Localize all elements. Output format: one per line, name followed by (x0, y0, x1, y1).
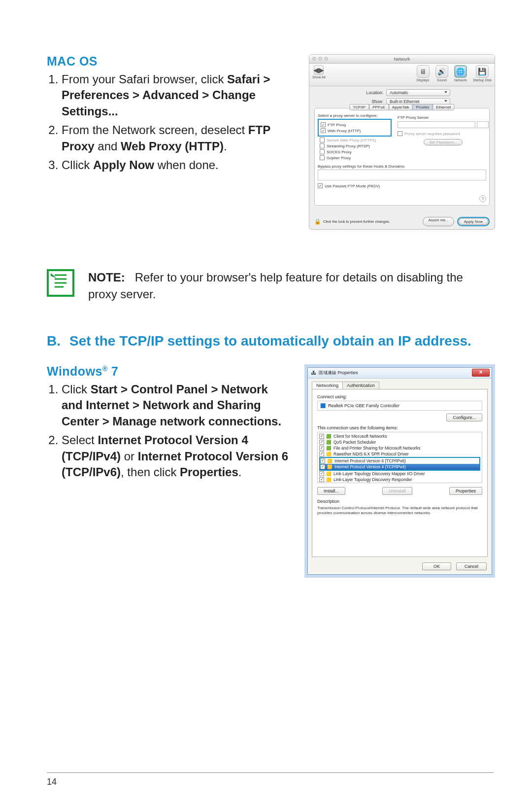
win-title-text: 區域連線 Properties (319, 370, 358, 376)
lock-icon[interactable]: 🔒 (314, 218, 321, 225)
mac-network-window: Network ◀▶Show All 🖥Displays 🔊Sound 🌐Net… (309, 54, 495, 230)
page-footer: 14 (47, 772, 494, 787)
macos-step-3: Cllick Apply Now when done. (62, 157, 295, 173)
proxy-right-pane: FTP Proxy Server Proxy server requires p… (398, 115, 489, 145)
items-listbox[interactable]: ✓🟩Client for Microsoft Networks ✓🟩QoS Pa… (317, 432, 482, 483)
ip-highlight: ✓🟨Internet Protocol Version 6 (TCP/IPv6)… (319, 457, 480, 471)
win7-heading: Windows® 7 (47, 364, 291, 379)
toolbar-network[interactable]: 🌐Network (454, 65, 467, 82)
apply-now-button[interactable]: Apply Now (459, 218, 488, 225)
item-ipv6[interactable]: ✓🟨Internet Protocol Version 6 (TCP/IPv6) (320, 458, 479, 464)
location-select[interactable]: Automatic (386, 89, 450, 96)
connect-using-label: Connect using: (317, 394, 482, 399)
win7-section: Windows® 7 Click Start > Control Panel >… (47, 364, 495, 578)
cancel-button[interactable]: Cancel (456, 562, 487, 570)
win-panel: Connect using: 🟦 Realtek PCIe GBE Family… (312, 389, 488, 557)
ftp-server-host[interactable] (398, 121, 475, 128)
mac-tab-proxies[interactable]: Proxies (413, 104, 433, 110)
mac-tab-pppoe[interactable]: PPPoE (369, 104, 389, 110)
nic-icon: 🟦 (320, 403, 326, 408)
win7-step-2: Select Internet Protocol Version 4 (TCP/… (62, 432, 291, 480)
mac-titlebar: Network (309, 55, 495, 64)
mac-tab-panel: TCP/IP PPPoE AppleTalk Proxies Ethernet … (314, 108, 490, 206)
properties-button[interactable]: Properties (449, 487, 482, 495)
configure-button[interactable]: Configure... (446, 414, 482, 421)
traffic-lights[interactable] (312, 57, 328, 61)
mac-tab-appletalk[interactable]: AppleTalk (389, 104, 413, 110)
win7-steps: Click Start > Control Panel > Network an… (47, 382, 291, 480)
set-password-button[interactable]: Set Password... (424, 139, 462, 145)
item-fps[interactable]: ✓🟩File and Printer Sharing for Microsoft… (319, 445, 480, 451)
macos-section: MAC OS From your Safari browser, click S… (47, 54, 495, 230)
macos-steps: From your Safari browser, click Safari >… (47, 71, 295, 173)
close-icon[interactable]: × (472, 369, 490, 377)
proxy-highlight: ✓FTP Proxy ✓Web Proxy (HTTP) (318, 119, 392, 137)
win-body: Networking Authentication Connect using:… (308, 379, 492, 574)
description-label: Description (317, 499, 482, 504)
item-rawether[interactable]: ✓🟨Rawether NDIS 6.X SPR Protocol Driver (319, 451, 480, 457)
bypass-field[interactable] (318, 170, 486, 180)
tab-networking[interactable]: Networking (312, 382, 343, 389)
adapter-field: 🟦 Realtek PCIe GBE Family Controller (317, 401, 482, 411)
toolbar-show-all[interactable]: ◀▶Show All (312, 65, 326, 79)
bypass-label: Bypass proxy settings for these Hosts & … (318, 164, 486, 169)
macos-step-1: From your Safari browser, click Safari >… (62, 71, 295, 119)
win-titlebar: 🖧 區域連線 Properties × (308, 368, 492, 379)
help-icon[interactable]: ? (479, 195, 486, 202)
mac-window-title: Network (394, 57, 410, 62)
passive-ftp[interactable]: ✓Use Passive FTP Mode (PASV) (318, 183, 486, 188)
note-block: NOTE: Refer to your browser's help featu… (47, 269, 495, 302)
toolbar-sound[interactable]: 🔊Sound (435, 65, 448, 82)
section-b-heading: B. Set the TCP/IP settings to automatica… (47, 332, 495, 350)
items-label: This connection uses the following items… (317, 425, 482, 430)
tab-authentication[interactable]: Authentication (342, 382, 379, 389)
toolbar-displays[interactable]: 🖥Displays (416, 65, 429, 82)
item-lltd-mapper[interactable]: ✓🟨Link-Layer Topology Discovery Mapper I… (319, 471, 480, 477)
page: MAC OS From your Safari browser, click S… (0, 0, 532, 802)
item-lltd-responder[interactable]: ✓🟨Link-Layer Topology Discovery Responde… (319, 477, 480, 483)
description-text: Transmission Control Protocol/Internet P… (317, 506, 482, 516)
install-button[interactable]: Install... (317, 487, 345, 495)
macos-step-2: From the Network screen, deselect FTP Pr… (62, 122, 295, 154)
mac-toolbar: ◀▶Show All 🖥Displays 🔊Sound 🌐Network 💾St… (309, 64, 495, 86)
item-client[interactable]: ✓🟩Client for Microsoft Networks (319, 433, 480, 439)
proxy-gopher[interactable]: Gopher Proxy (320, 155, 486, 160)
mac-tab-ethernet[interactable]: Ethernet (432, 104, 454, 110)
win7-step-1: Click Start > Control Panel > Network an… (62, 382, 291, 429)
toolbar-startup-disk[interactable]: 💾Startup Disk (473, 65, 492, 82)
assist-button[interactable]: Assist me... (423, 217, 454, 226)
page-number: 14 (47, 777, 57, 787)
note-text: NOTE: Refer to your browser's help featu… (88, 269, 495, 302)
win-properties-window: 🖧 區域連線 Properties × Networking Authentic… (304, 364, 495, 578)
uninstall-button[interactable]: Uninstall (382, 487, 412, 495)
proxy-ftp[interactable]: ✓FTP Proxy (321, 122, 389, 127)
proxy-socks[interactable]: SOCKS Proxy (320, 149, 486, 154)
macos-text-column: MAC OS From your Safari browser, click S… (47, 54, 295, 176)
proxy-pwd-chk[interactable]: Proxy server requires password (398, 131, 489, 136)
mac-footer: 🔒 Click the lock to prevent further chan… (314, 217, 490, 226)
ok-button[interactable]: OK (422, 562, 451, 570)
macos-heading: MAC OS (47, 54, 295, 69)
adapter-icon: 🖧 (311, 370, 316, 376)
win7-text-column: Windows® 7 Click Start > Control Panel >… (47, 364, 291, 483)
mac-body: Location:Automatic Show:Built-in Etherne… (309, 86, 495, 208)
mac-tab-tcpip[interactable]: TCP/IP (349, 104, 369, 110)
item-ipv4[interactable]: ✓🟨Internet Protocol Version 4 (TCP/IPv4) (320, 464, 479, 470)
ftp-server-port[interactable] (477, 121, 489, 128)
proxy-web[interactable]: ✓Web Proxy (HTTP) (321, 128, 389, 133)
note-icon (47, 269, 74, 297)
item-qos[interactable]: ✓🟩QoS Packet Scheduler (319, 439, 480, 445)
